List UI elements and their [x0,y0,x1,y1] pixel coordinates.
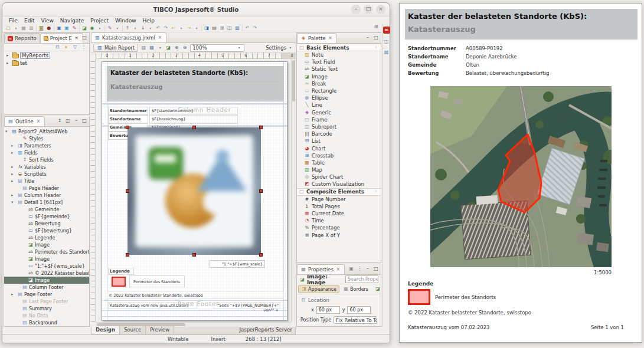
project-tree-item[interactable]: tet [4,59,89,67]
palette-item[interactable]: Break [297,80,381,87]
customize-icon[interactable] [373,45,379,50]
maximize-icon[interactable] [81,35,87,40]
palette-item[interactable]: Image [297,73,381,80]
band-view-icon[interactable] [140,45,146,50]
palette-item[interactable]: Barcode [297,130,381,137]
palette-item[interactable]: Note [297,51,381,58]
customize-icon[interactable] [373,189,379,194]
vertical-scrollbar[interactable] [291,59,296,322]
band-view-icon[interactable] [211,26,217,31]
columns-view-icon[interactable] [227,26,233,31]
zoom-out-icon[interactable] [182,45,188,50]
dropdown-caret[interactable] [157,45,163,50]
tab-properties[interactable]: Properties [297,264,345,274]
download-icon[interactable] [140,26,146,31]
palette-item[interactable]: Table [297,159,381,166]
properties-tab[interactable]: Borders [340,285,371,293]
dropdown-caret[interactable] [13,26,19,31]
design-title-line1[interactable]: Kataster der belasteten Standorte (KbS): [110,70,248,76]
design-canvas[interactable]: Kataster der belasteten Standorte (KbS):… [96,59,291,322]
editor-mode-tab[interactable]: Preview [146,326,174,334]
x-input[interactable]: 60 px [316,306,340,314]
outline-item[interactable]: Legende [4,234,89,241]
maximize-icon[interactable] [81,119,87,123]
back-icon[interactable] [171,26,176,31]
minimized-view-icon[interactable] [384,40,390,44]
publish-icon[interactable] [204,26,210,31]
minimize-icon[interactable] [365,35,371,40]
view-menu-icon[interactable] [357,267,362,271]
palette-item[interactable]: List [297,137,381,145]
design-copyright[interactable]: © 2022 Kataster belasteter Standorte, sw… [107,291,284,299]
close-icon[interactable] [376,5,385,14]
menu-item[interactable]: Navigate [57,18,87,24]
settings-dropdown[interactable]: Settings [266,45,293,51]
maximize-icon[interactable] [373,267,379,271]
save-icon[interactable] [21,26,27,31]
collapse-all-icon[interactable] [54,45,60,50]
dropdown-caret[interactable] [97,26,103,31]
location-section-header[interactable]: ⊟ Location [300,297,377,303]
outline-item[interactable]: Perimeter des Standorts [4,248,89,255]
outline-item[interactable]: Detail 1 [641px] [4,199,89,206]
editor-mode-tab[interactable]: Source [120,326,146,334]
design-legend-title[interactable]: Legende [108,268,134,275]
outline-item[interactable]: Styles [4,135,89,142]
tab-palette[interactable]: Palette [297,33,336,43]
palette-item[interactable]: Subreport [297,123,381,130]
upload-icon[interactable] [125,26,130,31]
undo-icon[interactable] [155,26,161,31]
tab-katasterauszug-jrxml[interactable]: Katasterauszug.jrxml [91,32,166,42]
image-add-icon[interactable] [81,26,87,31]
outline-item[interactable]: "1:"+$F{wms_scale} [4,262,89,270]
redo-icon[interactable] [252,26,258,31]
palette-item[interactable]: Current Date [297,210,381,217]
design-title-line2[interactable]: Katasterauszug [110,84,162,90]
view-menu-icon[interactable] [81,45,87,50]
dropdown-caret[interactable] [115,26,120,31]
link-editor-icon[interactable] [63,45,69,50]
jaspersoft-perspective-icon[interactable] [383,27,390,34]
close-icon[interactable] [327,36,333,41]
lock-icon[interactable] [38,26,44,31]
outline-item[interactable]: Gemeinde [4,206,89,213]
design-legend-item[interactable]: Perimeter des Standorts [129,275,185,287]
filter-icon[interactable] [72,45,78,50]
menu-item[interactable]: Window [112,18,139,24]
position-type-select[interactable]: Fix Relative To Top [334,316,377,324]
tab-repository-explorer[interactable]: Reposito [4,33,40,43]
toolbar-separator[interactable] [242,25,243,31]
export-icon[interactable] [149,45,155,50]
dropdown-caret[interactable] [194,26,200,31]
resize-handle[interactable] [259,126,263,129]
palette-item[interactable]: Percentage [297,224,381,231]
design-title-band[interactable]: Kataster der belasteten Standorte (KbS):… [107,66,284,101]
design-scale-field[interactable]: "1:"+$F{wms_scale} [210,260,265,268]
maximize-icon[interactable] [364,5,373,14]
toolbar-separator[interactable] [79,25,80,31]
dataset-add-icon[interactable] [56,26,62,31]
outline-item[interactable]: Column Footer [4,284,89,291]
palette-section-composite[interactable]: Composite Elements [297,188,381,196]
new-report-wizard-icon[interactable] [5,26,11,31]
outline-item[interactable]: Bewertung [4,220,89,227]
resize-handle[interactable] [126,253,129,257]
palette-item[interactable]: Crosstab [297,152,381,159]
outline-item[interactable]: Image [4,255,89,262]
maximize-icon[interactable] [373,35,379,40]
palette-item[interactable]: Chart [297,145,381,152]
selected-image-element[interactable] [128,127,261,255]
palette-item[interactable]: Text Field [297,58,381,65]
palette-item[interactable]: Map [297,166,381,173]
palette-item[interactable]: Ellipse [297,94,381,101]
outline-item[interactable]: Last Page Footer [4,298,89,305]
design-page[interactable]: Kataster der belasteten Standorte (KbS):… [102,61,287,321]
outline-item[interactable]: Title [4,178,89,185]
y-input[interactable]: 60 px [347,306,371,314]
minimize-icon[interactable] [351,5,361,14]
palette-item[interactable]: Static Text [297,65,381,73]
close-icon[interactable] [35,119,41,124]
breakpoint-icon[interactable] [46,26,52,31]
close-icon[interactable] [157,35,163,40]
minimized-report-icon[interactable] [384,50,390,55]
